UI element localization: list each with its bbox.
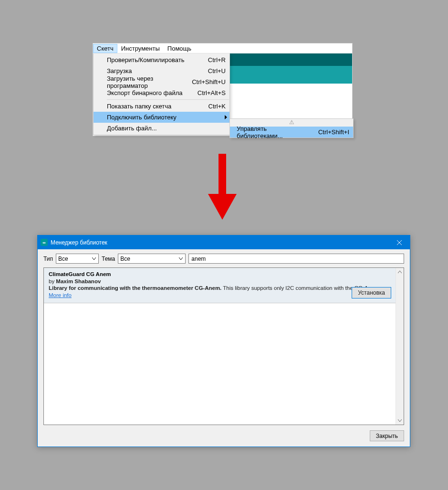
menu-verify-compile[interactable]: Проверить/Компилировать Ctrl+R (94, 54, 229, 65)
menu-label: Добавить файл... (107, 125, 226, 132)
menu-label: Проверить/Компилировать (107, 56, 203, 64)
menu-separator (107, 99, 229, 100)
close-icon (397, 240, 402, 245)
library-desc-bold: Library for communicating with the therm… (49, 285, 221, 291)
chevron-up-icon (398, 271, 402, 273)
library-author: Maxim Shabanov (56, 278, 101, 284)
arrow-down-icon (208, 154, 237, 220)
sketch-dropdown: Проверить/Компилировать Ctrl+R Загрузка … (93, 53, 230, 135)
menu-help[interactable]: Помощь (164, 44, 195, 53)
install-button[interactable]: Установка (352, 287, 391, 298)
menu-add-file[interactable]: Добавить файл... (94, 123, 229, 134)
results-list: ClimateGuard CG Anem by Maxim Shabanov L… (44, 268, 396, 425)
library-card[interactable]: ClimateGuard CG Anem by Maxim Shabanov L… (44, 268, 396, 303)
library-description: Library for communicating with the therm… (49, 285, 391, 292)
submenu-label: Управлять библиотеками... (237, 125, 313, 139)
arduino-app-icon: ∞ (41, 239, 48, 246)
chevron-right-icon (225, 114, 227, 121)
topic-select[interactable]: Все (118, 254, 186, 264)
menu-label: Загрузить через программатор (107, 75, 187, 89)
menu-tools[interactable]: Инструменты (117, 44, 164, 53)
menu-label: Загрузка (107, 67, 203, 75)
menu-shortcut: Ctrl+Shift+U (192, 78, 226, 85)
by-word: by (49, 278, 54, 284)
menu-label: Показать папку скетча (107, 103, 204, 110)
close-button[interactable]: Закрыть (370, 430, 404, 441)
menu-label: Подключить библиотеку (107, 114, 226, 121)
submenu-manage-libraries[interactable]: Управлять библиотеками... Ctrl+Shift+I (230, 127, 353, 138)
chevron-down-icon (91, 257, 96, 260)
menu-show-sketch-folder[interactable]: Показать папку скетча Ctrl+K (94, 101, 229, 112)
menu-sketch[interactable]: Скетч (93, 44, 117, 53)
library-author-line: by Maxim Shabanov (49, 278, 391, 284)
search-input[interactable] (188, 254, 404, 264)
menu-bar: Скетч Инструменты Помощь (93, 43, 352, 53)
chevron-down-icon (178, 257, 183, 260)
dialog-footer: Закрыть (38, 428, 410, 447)
title-stripe (230, 53, 352, 66)
menu-upload-programmer[interactable]: Загрузить через программатор Ctrl+Shift+… (94, 76, 229, 87)
scroll-up-button[interactable] (396, 268, 404, 276)
menu-label: Экспорт бинарного файла (107, 89, 193, 96)
type-select[interactable]: Все (56, 254, 99, 264)
submenu-shortcut: Ctrl+Shift+I (318, 128, 349, 136)
menu-shortcut: Ctrl+U (208, 67, 226, 75)
include-library-submenu: ⚠ Управлять библиотеками... Ctrl+Shift+I (229, 118, 354, 138)
results-panel: ClimateGuard CG Anem by Maxim Shabanov L… (43, 267, 404, 425)
results-scrollbar[interactable] (396, 268, 404, 425)
library-name: ClimateGuard CG Anem (49, 271, 391, 277)
menu-include-library[interactable]: Подключить библиотеку (94, 112, 229, 123)
arduino-menu-window: Скетч Инструменты Помощь Проверить/Компи… (93, 43, 353, 136)
dialog-title-bar: ∞ Менеджер библиотек (38, 235, 410, 249)
chevron-down-icon (398, 419, 402, 422)
dialog-title: Менеджер библиотек (51, 239, 388, 246)
topic-label: Тема (102, 256, 115, 262)
menu-shortcut: Ctrl+K (208, 103, 226, 110)
type-label: Тип (43, 256, 53, 262)
type-value: Все (58, 256, 91, 262)
dialog-close-x[interactable] (388, 235, 410, 249)
filter-row: Тип Все Тема Все (38, 249, 410, 267)
toolbar-stripe (230, 66, 352, 84)
library-manager-dialog: ∞ Менеджер библиотек Тип Все Тема Все Cl… (37, 235, 410, 447)
menu-export-binary[interactable]: Экспорт бинарного файла Ctrl+Alt+S (94, 87, 229, 98)
topic-value: Все (120, 256, 178, 262)
menu-shortcut: Ctrl+Alt+S (198, 89, 226, 96)
editor-toolbar-area: Проверить/Компилировать Ctrl+R Загрузка … (93, 53, 352, 136)
more-info-link[interactable]: More info (49, 292, 72, 298)
scroll-down-button[interactable] (396, 416, 404, 425)
menu-shortcut: Ctrl+R (208, 56, 226, 64)
